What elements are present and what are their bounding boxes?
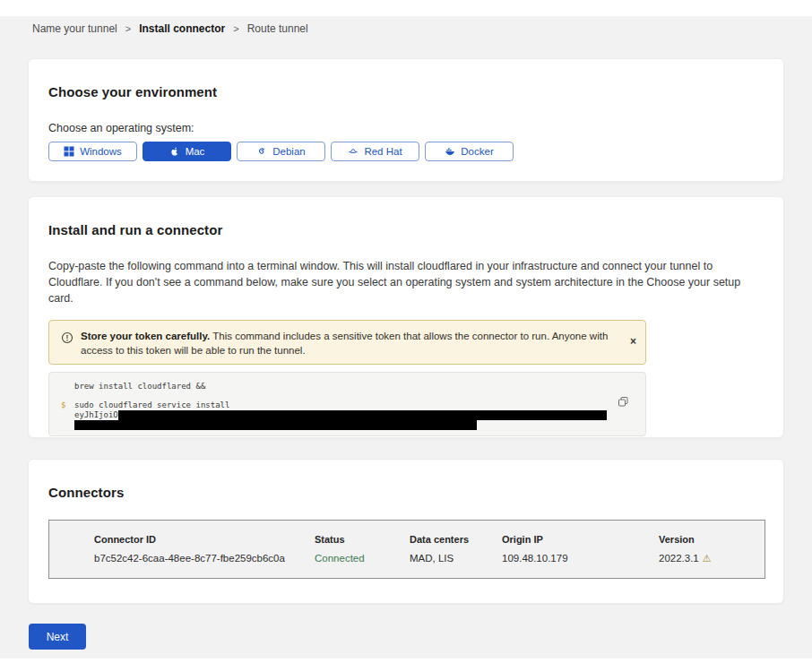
os-button-label: Mac [186, 146, 205, 157]
apple-icon [169, 146, 180, 157]
os-button-docker[interactable]: Docker [425, 142, 514, 161]
connectors-table: Connector ID Status Data centers Origin … [48, 520, 765, 579]
os-button-label: Red Hat [364, 146, 402, 157]
breadcrumb-separator: > [125, 23, 131, 34]
version-number: 2022.3.1 [659, 553, 699, 564]
connector-table-row: b7c52c42-6caa-48ee-8c77-fbe259cb6c0a Con… [94, 553, 747, 564]
os-button-label: Debian [272, 146, 305, 157]
code-line-install: sudo cloudflared service install [74, 400, 631, 410]
token-prefix: eyJhIjoiO [74, 410, 118, 419]
code-line-token-wrap [74, 420, 631, 430]
install-card-description: Copy-paste the following command into a … [48, 258, 764, 306]
origin-ip-value: 109.48.10.179 [502, 553, 659, 564]
header-connector-id: Connector ID [94, 534, 315, 545]
status-badge: Connected [315, 553, 410, 564]
code-line-token: eyJhIjoiO [74, 410, 631, 420]
debian-icon [256, 146, 267, 157]
version-value: 2022.3.1⚠ [659, 553, 747, 564]
windows-icon [64, 146, 74, 157]
install-connector-card: Install and run a connector Copy-paste t… [28, 196, 784, 438]
next-button[interactable]: Next [29, 624, 86, 650]
code-line-brew: brew install cloudflared && [74, 382, 631, 392]
redhat-icon [348, 146, 358, 157]
os-button-redhat[interactable]: Red Hat [331, 142, 419, 161]
command-code-block: brew install cloudflared && $ sudo cloud… [48, 372, 646, 436]
os-button-label: Windows [80, 146, 122, 157]
shell-prompt: $ [61, 400, 65, 409]
tunnel-setup-page: Name your tunnel>Install connector>Route… [0, 16, 812, 659]
os-button-group: Windows Mac Debian Red Hat [48, 142, 764, 161]
os-button-debian[interactable]: Debian [237, 142, 325, 161]
data-centers-value: MAD, LIS [410, 553, 502, 564]
os-button-mac[interactable]: Mac [143, 142, 231, 161]
header-status: Status [315, 534, 410, 545]
alert-circle-icon [61, 332, 73, 344]
breadcrumb-separator: > [233, 23, 238, 34]
token-warning-banner: Store your token carefully. This command… [48, 320, 646, 365]
breadcrumb-step-install-connector[interactable]: Install connector [139, 22, 225, 35]
header-origin-ip: Origin IP [502, 534, 659, 545]
connector-id-value: b7c52c42-6caa-48ee-8c77-fbe259cb6c0a [94, 553, 315, 564]
close-icon[interactable]: × [630, 336, 636, 347]
os-select-label: Choose an operating system: [48, 122, 764, 134]
os-button-label: Docker [461, 146, 493, 157]
redacted-token-bar [118, 410, 607, 420]
copy-icon[interactable] [618, 396, 629, 408]
docker-icon [445, 146, 455, 157]
header-data-centers: Data centers [410, 534, 502, 545]
redacted-token-bar [74, 420, 477, 430]
connectors-table-header: Connector ID Status Data centers Origin … [94, 534, 747, 545]
environment-card-title: Choose your environment [48, 84, 764, 99]
connectors-card: Connectors Connector ID Status Data cent… [28, 459, 784, 604]
breadcrumb-step-route-tunnel[interactable]: Route tunnel [247, 22, 308, 35]
os-button-windows[interactable]: Windows [48, 142, 137, 161]
token-warning-bold: Store your token carefully. [81, 331, 210, 341]
connectors-card-title: Connectors [48, 485, 764, 500]
breadcrumb: Name your tunnel>Install connector>Route… [0, 16, 812, 35]
header-version: Version [659, 534, 747, 545]
token-warning-text: Store your token carefully. This command… [81, 329, 630, 357]
install-card-title: Install and run a connector [48, 222, 764, 237]
breadcrumb-step-name-your-tunnel[interactable]: Name your tunnel [32, 22, 117, 35]
version-warning-icon: ⚠ [703, 553, 712, 564]
environment-card: Choose your environment Choose an operat… [28, 58, 784, 182]
